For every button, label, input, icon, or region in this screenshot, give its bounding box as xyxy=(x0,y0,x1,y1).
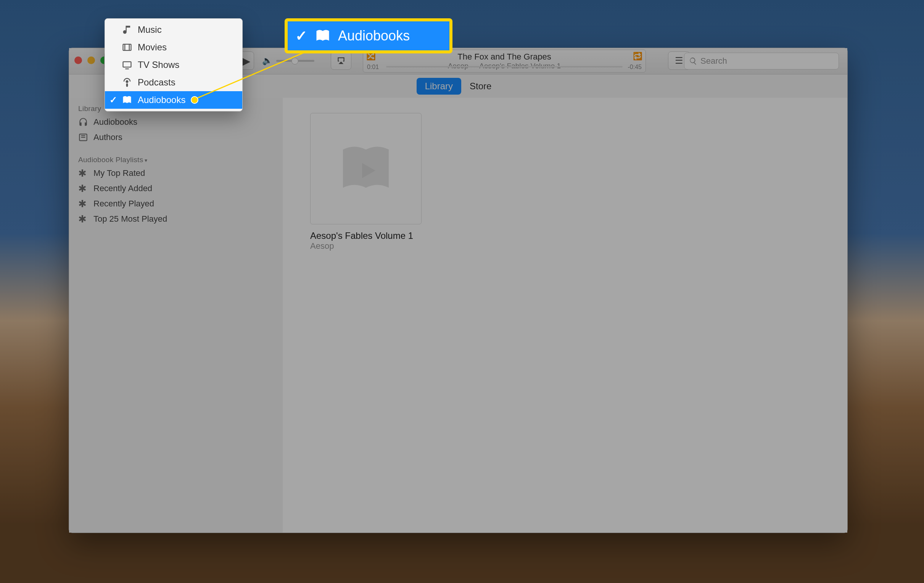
repeat-icon[interactable]: 🔁 xyxy=(633,51,642,61)
tv-icon xyxy=(122,59,132,70)
sidebar-label: Authors xyxy=(94,132,122,142)
menu-item-movies[interactable]: Movies xyxy=(105,38,242,56)
annotation-marker xyxy=(191,96,198,104)
volume-control[interactable]: 🔈 xyxy=(262,52,314,69)
menu-label: Movies xyxy=(138,42,167,53)
smart-playlist-icon: ✱ xyxy=(78,183,88,193)
sidebar-item-audiobooks[interactable]: Audiobooks xyxy=(69,114,283,130)
callout-label: Audiobooks xyxy=(338,28,410,44)
menu-item-audiobooks[interactable]: ✓ Audiobooks xyxy=(105,91,242,109)
remaining-time: -0:45 xyxy=(628,64,642,71)
elapsed-time: 0:01 xyxy=(367,64,379,71)
music-icon xyxy=(122,25,132,35)
playlist-label: Recently Added xyxy=(94,183,152,193)
menu-item-tvshows[interactable]: TV Shows xyxy=(105,56,242,74)
podcasts-icon xyxy=(122,77,132,88)
now-playing-title: The Fox and The Grapes xyxy=(457,52,551,62)
scrubber[interactable] xyxy=(386,66,623,68)
airplay-icon xyxy=(336,56,346,66)
audiobook-cover[interactable] xyxy=(310,113,422,225)
search-field[interactable]: Search xyxy=(684,53,839,69)
close-window-button[interactable] xyxy=(74,56,82,64)
sidebar-header-playlists[interactable]: Audiobook Playlists▾ xyxy=(69,154,283,165)
volume-icon: 🔈 xyxy=(262,56,272,66)
itunes-window: ❮ ❯ ◀◀ ▶ ▶▶ 🔈 🔀 🔁 The Fox and The Grapes… xyxy=(69,48,848,533)
authors-icon xyxy=(78,132,88,142)
svg-point-9 xyxy=(126,80,129,83)
menu-label: TV Shows xyxy=(138,59,179,70)
menu-label: Audiobooks xyxy=(138,95,185,105)
tab-store[interactable]: Store xyxy=(461,78,500,95)
audiobook-icon xyxy=(122,95,132,105)
smart-playlist-icon: ✱ xyxy=(78,214,88,224)
chevron-down-icon: ▾ xyxy=(145,157,147,163)
tab-library[interactable]: Library xyxy=(417,78,461,95)
sidebar-item-authors[interactable]: Authors xyxy=(69,130,283,145)
sidebar-playlist-item[interactable]: ✱My Top Rated xyxy=(69,165,283,181)
movies-icon xyxy=(122,42,132,53)
sidebar-playlist-item[interactable]: ✱Recently Added xyxy=(69,181,283,196)
audiobook-icon xyxy=(314,28,331,44)
menu-label: Music xyxy=(138,25,162,35)
svg-rect-10 xyxy=(126,83,128,87)
playlist-label: Recently Played xyxy=(94,199,154,209)
smart-playlist-icon: ✱ xyxy=(78,168,88,178)
playlist-label: Top 25 Most Played xyxy=(94,214,167,224)
search-placeholder: Search xyxy=(700,56,727,66)
volume-thumb[interactable] xyxy=(292,58,298,64)
search-icon xyxy=(689,57,697,65)
annotation-callout: ✓ Audiobooks xyxy=(285,18,452,53)
book-placeholder-icon xyxy=(335,138,396,199)
volume-slider[interactable] xyxy=(276,60,314,62)
window-controls xyxy=(74,56,108,64)
menu-label: Podcasts xyxy=(138,77,175,88)
audiobook-tile[interactable]: Aesop's Fables Volume 1 Aesop xyxy=(310,113,421,251)
menu-item-podcasts[interactable]: Podcasts xyxy=(105,74,242,91)
sidebar-label: Audiobooks xyxy=(94,117,137,127)
headphones-icon xyxy=(78,117,88,127)
playlist-label: My Top Rated xyxy=(94,168,145,178)
tile-title: Aesop's Fables Volume 1 xyxy=(310,230,421,241)
menu-item-music[interactable]: Music xyxy=(105,21,242,38)
smart-playlist-icon: ✱ xyxy=(78,199,88,209)
tile-author: Aesop xyxy=(310,241,421,251)
checkmark-icon: ✓ xyxy=(109,95,117,105)
sidebar-playlist-item[interactable]: ✱Top 25 Most Played xyxy=(69,211,283,227)
sidebar-playlist-item[interactable]: ✱Recently Played xyxy=(69,196,283,211)
svg-rect-7 xyxy=(123,62,131,67)
sidebar: Library Audiobooks Authors Audiobook Pla… xyxy=(69,97,283,533)
minimize-window-button[interactable] xyxy=(87,56,95,64)
airplay-button[interactable] xyxy=(331,52,351,69)
content-area: Aesop's Fables Volume 1 Aesop xyxy=(283,97,847,533)
svg-rect-4 xyxy=(123,44,131,50)
media-picker-menu: Music Movies TV Shows Podcasts ✓ Audiobo… xyxy=(104,18,243,111)
checkmark-icon: ✓ xyxy=(295,28,307,44)
